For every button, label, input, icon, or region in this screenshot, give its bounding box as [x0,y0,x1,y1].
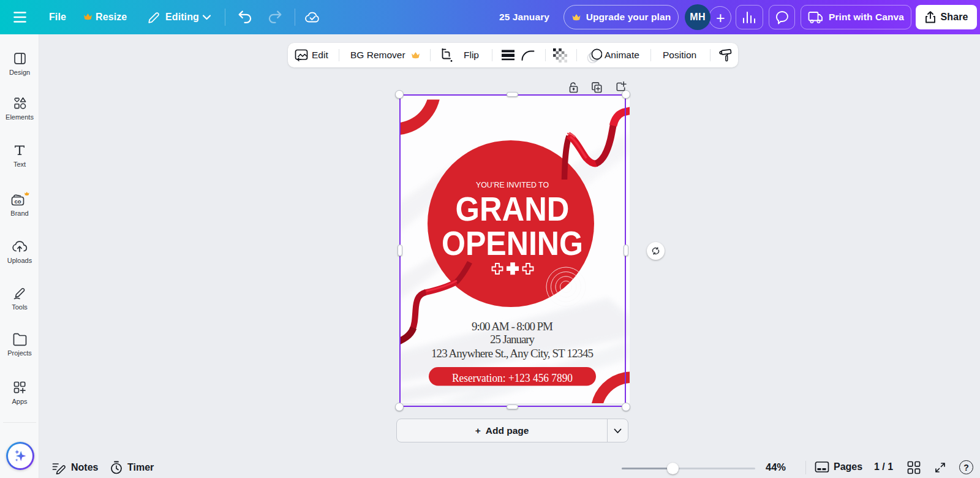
svg-text:co: co [14,198,21,205]
